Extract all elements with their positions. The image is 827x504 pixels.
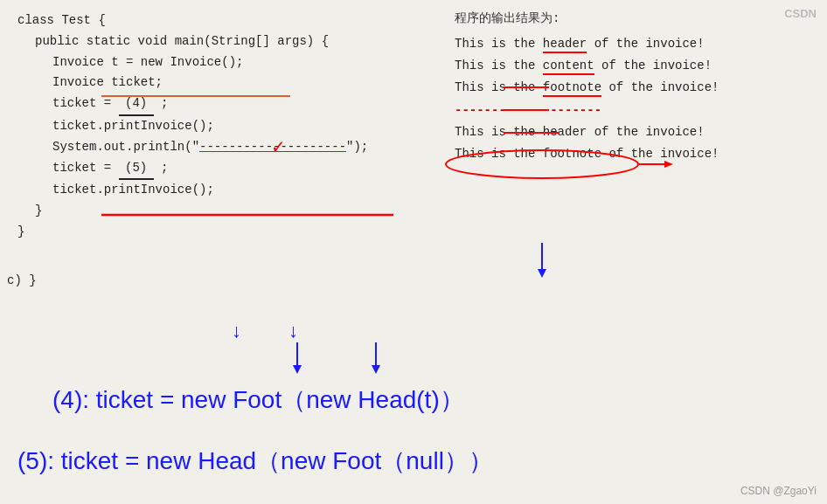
method-signature: public static void main(String[] args) {: [35, 34, 329, 48]
content-underline: content: [543, 59, 594, 75]
main-container: class Test { public static void main(Str…: [0, 0, 827, 504]
blank-4: (4): [119, 93, 154, 116]
csdn-text: CSDN: [784, 7, 817, 20]
ticket-assign-pre: ticket =: [52, 96, 119, 110]
closing-brace-method: }: [35, 204, 42, 217]
invoice-init: Invoice t = new Invoice();: [52, 55, 243, 69]
code-block: class Test { public static void main(Str…: [17, 10, 420, 243]
output-line-4: This is the header of the invoice!: [455, 121, 810, 143]
output-lines: This is the header of the invoice! This …: [455, 33, 810, 165]
dashes: --------------------: [199, 140, 346, 154]
outer-brace: c) }: [7, 273, 37, 287]
sysout-pre: System.out.println(": [52, 140, 199, 154]
code-line-11: }: [17, 222, 420, 243]
ticket-assign-post: ;: [154, 96, 169, 110]
output-line-5: This is the footnote of the invoice!: [455, 143, 810, 165]
print-invoice-1: ticket.printInvoice();: [52, 119, 214, 133]
output-label: 程序的输出结果为:: [455, 10, 810, 26]
ticket-assign2-pre: ticket =: [52, 161, 119, 175]
dashes-output: --------------------: [455, 103, 601, 117]
csdn-logo: CSDN: [784, 7, 817, 20]
code-line-1: class Test {: [17, 10, 420, 31]
print-invoice-2: ticket.printInvoice();: [52, 183, 214, 197]
arrow-down-2: ↓: [288, 320, 298, 342]
output-line-0: This is the header of the invoice!: [455, 33, 810, 55]
annotation-answer4: (4): ticket = new Foot（new Head(t)）: [52, 383, 464, 417]
right-panel: 程序的输出结果为: This is the header of the invo…: [437, 0, 827, 504]
left-panel: class Test { public static void main(Str…: [0, 0, 437, 504]
sysout-post: ");: [346, 140, 368, 154]
code-line-9: ticket.printInvoice();: [52, 180, 420, 201]
code-line-7: System.out.println("--------------------…: [52, 137, 420, 158]
code-line-6: ticket.printInvoice();: [52, 116, 420, 137]
invoice-ticket-decl: Invoice ticket;: [52, 75, 163, 89]
output-line-2: This is the footnote of the invoice!: [455, 77, 810, 99]
code-line-2: public static void main(String[] args) {: [35, 31, 420, 52]
ticket-assign2-post: ;: [154, 161, 169, 175]
header-underline: header: [543, 37, 587, 53]
class-keyword: class Test {: [17, 13, 106, 27]
output-line-3: --------------------: [455, 100, 810, 121]
blank-5: (5): [119, 158, 154, 181]
annotation-answer5: (5): ticket = new Head（new Foot（null））: [17, 445, 493, 478]
code-line-8: ticket = (5) ;: [52, 158, 420, 181]
output-line-1: This is the content of the invoice!: [455, 55, 810, 77]
code-line-4: Invoice ticket;: [52, 72, 420, 93]
code-line-5: ticket = (4) ;: [52, 93, 420, 116]
code-line-10: }: [35, 201, 420, 222]
footnote-underline-1: footnote: [543, 80, 601, 97]
arrow-down-1: ↓: [232, 320, 241, 342]
closing-brace-class: }: [17, 224, 24, 238]
watermark: CSDN @ZgaoYi: [740, 485, 817, 497]
code-line-3: Invoice t = new Invoice();: [52, 52, 420, 73]
answer5-text: (5): ticket = new Head（new Foot（null））: [17, 447, 493, 474]
answer4-text: (4): ticket = new Foot（new Head(t)）: [52, 386, 464, 413]
